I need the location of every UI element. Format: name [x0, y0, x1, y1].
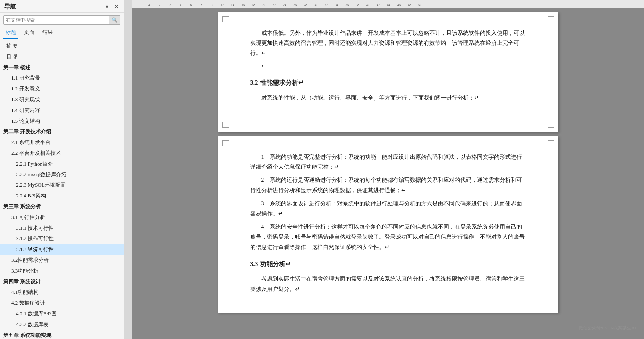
nav-item-1.4[interactable]: 1.4 研究内容 [0, 105, 124, 116]
h-ruler-mark: 50 [415, 3, 425, 7]
page2-section-heading2: 3.3 功能分析↵ [250, 259, 526, 270]
h-ruler-mark: 32 [321, 3, 331, 7]
nav-item-ch2[interactable]: 第二章 开发技术介绍 [0, 126, 124, 137]
h-ruler-mark: 36 [342, 3, 352, 7]
corner-br [548, 122, 554, 128]
horizontal-ruler: 4224681012141618202224262830323436384042… [132, 0, 644, 8]
nav-item-1.1[interactable]: 1.1 研究背景 [0, 73, 124, 84]
main-content: 4224681012141618202224262830323436384042… [132, 0, 644, 339]
h-ruler-mark: 10 [207, 3, 217, 7]
nav-item-3.1.2[interactable]: 3.1.2 操作可行性 [0, 233, 124, 244]
vertical-ruler [124, 0, 132, 339]
page2-list2: 2．系统的运行是否通畅进行分析：系统的每个功能都有编写数据的关系和应对的代码，通… [250, 175, 526, 195]
sidebar-header: 导航 ▾ ✕ [0, 0, 124, 13]
corner-tr [548, 16, 554, 22]
page1-linebreak: ↵ [250, 61, 526, 71]
sidebar-title: 导航 [4, 3, 16, 10]
h-ruler-mark: 4 [175, 3, 186, 7]
search-button[interactable]: 🔍 [109, 16, 120, 24]
search-bar: 🔍 [3, 15, 120, 25]
page2-list1: 1．系统的功能是否完整进行分析：系统的功能，能对应设计出原始代码和算法，以表格同… [250, 152, 526, 172]
h-ruler-mark: 46 [394, 3, 404, 7]
h-ruler-mark: 34 [331, 3, 342, 7]
corner-tl [222, 16, 229, 22]
document-area[interactable]: 成本很低。另外，作为毕业设计作品来讲，开发成本基本上可以忽略不计，且该系统软件的… [132, 8, 644, 339]
h-ruler-mark: 48 [404, 3, 415, 7]
page2-corner-tl [222, 140, 229, 146]
sidebar-close-icon[interactable]: ✕ [112, 2, 120, 11]
nav-item-1.5[interactable]: 1.5 论文结构 [0, 116, 124, 127]
nav-item-1.3[interactable]: 1.3 研究现状 [0, 94, 124, 105]
h-ruler-mark: 8 [196, 3, 207, 7]
nav-item-4.2.2[interactable]: 4.2.2 数据库表 [0, 319, 124, 330]
page1-section-heading: 3.2 性能需求分析↵ [250, 77, 526, 89]
nav-item-ch3[interactable]: 第三章 系统分析 [0, 201, 124, 212]
h-ruler-mark: 6 [186, 3, 196, 7]
page2-para-last: 考虑到实际生活中在宿舍管理方面的需要以及对该系统认真的分析，将系统权限按管理员、… [250, 274, 526, 294]
tab-headings[interactable]: 标题 [3, 27, 18, 39]
h-ruler-mark: 2 [154, 3, 165, 7]
h-ruler-mark: 14 [227, 3, 238, 7]
nav-item-ch1[interactable]: 第一章 概述 [0, 62, 124, 73]
nav-item-3.1.3[interactable]: 3.1.3 经济可行性 [0, 244, 124, 255]
document-page-1: 成本很低。另外，作为毕业设计作品来讲，开发成本基本上可以忽略不计，且该系统软件的… [218, 12, 558, 132]
nav-item-3.1.1[interactable]: 3.1.1 技术可行性 [0, 223, 124, 234]
h-ruler-mark: 18 [248, 3, 259, 7]
nav-item-2.2.2[interactable]: 2.2.2 mysql数据库介绍 [0, 170, 124, 180]
sidebar-header-icons: ▾ ✕ [104, 2, 120, 11]
tabs-row: 标题 页面 结果 [0, 27, 124, 39]
nav-item-2.2.1[interactable]: 2.2.1 Python简介 [0, 159, 124, 170]
h-ruler-mark: 40 [363, 3, 373, 7]
nav-item-ch4[interactable]: 第四章 系统设计 [0, 277, 124, 287]
h-ruler-mark: 2 [165, 3, 175, 7]
tab-results[interactable]: 结果 [40, 27, 55, 39]
h-ruler-mark: 12 [217, 3, 227, 7]
h-ruler-mark: 38 [352, 3, 363, 7]
document-page-2: 1．系统的功能是否完整进行分析：系统的功能，能对应设计出原始代码和算法，以表格同… [218, 136, 558, 313]
nav-item-2.1[interactable]: 2.1 系统开发平台 [0, 137, 124, 148]
nav-item-2.2.3[interactable]: 2.2.3 MySQL环境配置 [0, 180, 124, 191]
nav-tree: 摘 要目 录第一章 概述1.1 研究背景1.2 开发意义1.3 研究现状1.4 … [0, 39, 124, 339]
nav-item-zhaiyo[interactable]: 摘 要 [0, 41, 124, 52]
nav-item-4.1[interactable]: 4.1功能结构 [0, 287, 124, 298]
corner-bl [222, 122, 229, 128]
search-input[interactable] [4, 16, 109, 24]
nav-item-4.2[interactable]: 4.2 数据库设计 [0, 298, 124, 309]
page2-list4: 4．系统的安全性进行分析：这样才可以每个角色的不同对应的信息也就不同，在登录系统… [250, 222, 526, 252]
page2-corner-tr [548, 140, 554, 146]
h-ruler-mark: 44 [383, 3, 394, 7]
h-ruler-mark: 20 [259, 3, 269, 7]
nav-item-4.2.1[interactable]: 4.2.1 数据库E/R图 [0, 309, 124, 319]
tab-pages[interactable]: 页面 [22, 27, 37, 39]
navigation-sidebar: 导航 ▾ ✕ 🔍 标题 页面 结果 摘 要目 录第一章 概述1.1 研究背景1.… [0, 0, 124, 339]
nav-item-3.2[interactable]: 3.2性能需求分析 [0, 255, 124, 266]
h-ruler-mark: 16 [238, 3, 248, 7]
nav-item-mulu[interactable]: 目 录 [0, 52, 124, 62]
h-ruler-mark: 24 [279, 3, 290, 7]
nav-item-3.3[interactable]: 3.3功能分析 [0, 266, 124, 277]
svg-rect-0 [124, 0, 132, 339]
h-ruler-mark: 30 [311, 3, 321, 7]
nav-item-2.2[interactable]: 2.2 平台开发相关技术 [0, 148, 124, 159]
h-ruler-mark: 26 [290, 3, 300, 7]
page1-para1: 对系统的性能，从（功能、运行、界面、安全）等方面进行，下面我们逐一进行分析；↵ [250, 93, 526, 103]
page2-list3: 3．系统的界面设计进行分析：对系统中的软件进行处理与分析的方式是由不同代码来进行… [250, 199, 526, 219]
h-ruler-mark: 4 [144, 3, 154, 7]
h-ruler-mark: 28 [300, 3, 311, 7]
nav-item-1.2[interactable]: 1.2 开发意义 [0, 84, 124, 94]
nav-item-ch5[interactable]: 第五章 系统功能实现 [0, 330, 124, 339]
h-ruler-mark: 42 [373, 3, 383, 7]
nav-item-3.1[interactable]: 3.1 可行性分析 [0, 212, 124, 223]
h-ruler-mark: 22 [269, 3, 279, 7]
nav-item-2.2.4[interactable]: 2.2.4 B/S架构 [0, 191, 124, 201]
sidebar-dropdown-icon[interactable]: ▾ [104, 2, 110, 11]
page1-intro-text: 成本很低。另外，作为毕业设计作品来讲，开发成本基本上可以忽略不计，且该系统软件的… [250, 28, 526, 58]
